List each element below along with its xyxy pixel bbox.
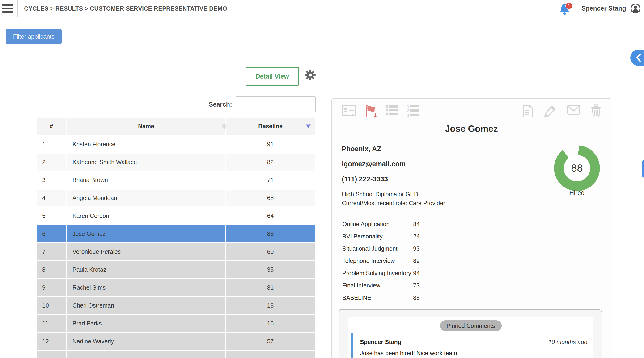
- pinned-comments-box: Pinned Comments Spencer Stang10 months a…: [348, 317, 594, 358]
- filter-applicants-button[interactable]: Filter applicants: [6, 29, 62, 44]
- pinned-comments-badge: Pinned Comments: [440, 320, 502, 331]
- side-tab-partial[interactable]: [642, 160, 644, 178]
- table-row[interactable]: 9Rachel Sims31: [36, 279, 315, 296]
- applicant-name: Jose Gomez: [332, 124, 611, 134]
- baseline-score-ring: 88: [554, 145, 600, 191]
- table-row[interactable]: 10Cheri Ostreman18: [36, 297, 315, 314]
- applicant-education: High School Diploma or GED: [342, 191, 418, 198]
- settings-gear-icon[interactable]: [304, 69, 316, 81]
- column-header-baseline[interactable]: Baseline: [226, 118, 315, 135]
- comment-timestamp: 10 months ago: [548, 339, 587, 346]
- row-name[interactable]: Katherine Smith Wallace: [67, 154, 225, 171]
- chevron-left-icon: [635, 53, 642, 62]
- section-divider: [0, 59, 644, 59]
- row-name[interactable]: Kristen Florence: [67, 136, 225, 153]
- row-baseline[interactable]: 60: [226, 243, 315, 260]
- envelope-icon[interactable]: [567, 104, 580, 115]
- table-row[interactable]: 11Brad Parks16: [36, 315, 315, 332]
- row-name[interactable]: Cheri Ostreman: [67, 297, 225, 314]
- row-rank[interactable]: 3: [36, 172, 66, 188]
- row-rank[interactable]: [36, 351, 66, 358]
- collapse-panel-button[interactable]: [630, 50, 644, 66]
- score-row: Final Interview73: [342, 279, 456, 292]
- flag-icon[interactable]: 1: [364, 104, 377, 118]
- row-baseline[interactable]: 88: [226, 225, 315, 242]
- hamburger-menu-icon[interactable]: [2, 2, 15, 15]
- score-row: Problem Solving Inventory94: [342, 267, 456, 279]
- score-label: Telephone Interview: [342, 258, 413, 264]
- table-row[interactable]: [36, 351, 315, 358]
- score-value: 89: [413, 258, 432, 264]
- user-avatar-icon[interactable]: [630, 3, 641, 14]
- table-row[interactable]: 1Kristen Florence91: [36, 136, 315, 153]
- row-baseline[interactable]: 18: [226, 297, 315, 314]
- row-rank[interactable]: 7: [36, 243, 66, 260]
- row-baseline[interactable]: 57: [226, 333, 315, 350]
- column-header-rank[interactable]: #: [36, 118, 66, 135]
- table-row[interactable]: 7Veronique Perales60: [36, 243, 315, 260]
- row-rank[interactable]: 1: [36, 136, 66, 153]
- row-baseline[interactable]: [226, 351, 315, 358]
- row-baseline[interactable]: 68: [226, 190, 315, 206]
- row-name[interactable]: Rachel Sims: [67, 279, 225, 296]
- row-baseline[interactable]: 35: [226, 261, 315, 278]
- row-rank[interactable]: 9: [36, 279, 66, 296]
- svg-text:1: 1: [407, 104, 409, 109]
- table-row[interactable]: 12Nadine Waverly57: [36, 333, 315, 350]
- score-label: BASELINE: [342, 294, 413, 301]
- user-name: Spencer Stang: [582, 5, 626, 12]
- row-name[interactable]: Paula Krotaz: [67, 261, 225, 278]
- score-value: 88: [413, 294, 432, 301]
- row-baseline[interactable]: 16: [226, 315, 315, 332]
- score-label: Final Interview: [342, 282, 413, 289]
- numbered-list-icon[interactable]: 123: [406, 104, 420, 117]
- edit-pencil-icon[interactable]: [544, 104, 557, 118]
- row-baseline[interactable]: 82: [226, 154, 315, 171]
- score-row: Telephone Interview89: [342, 255, 456, 267]
- search-input[interactable]: [236, 96, 316, 112]
- row-name[interactable]: Briana Brown: [67, 172, 225, 188]
- panel-icon-toolbar: 1 123: [341, 104, 602, 118]
- applicant-detail-panel: 1 123: [332, 98, 612, 358]
- row-baseline[interactable]: 91: [226, 136, 315, 153]
- row-rank[interactable]: 5: [36, 208, 66, 224]
- row-rank[interactable]: 11: [36, 315, 66, 332]
- list-view-icon[interactable]: [385, 104, 398, 116]
- row-baseline[interactable]: 31: [226, 279, 315, 296]
- table-row[interactable]: 5Karen Cordon64: [36, 208, 315, 224]
- row-name[interactable]: Veronique Perales: [67, 243, 225, 260]
- row-name[interactable]: Angela Mondeau: [67, 190, 225, 206]
- svg-text:2: 2: [407, 109, 409, 113]
- row-rank[interactable]: 4: [36, 190, 66, 206]
- trash-icon[interactable]: [591, 104, 602, 118]
- row-name[interactable]: Karen Cordon: [67, 208, 225, 224]
- contact-card-icon[interactable]: [341, 104, 356, 116]
- table-row[interactable]: 3Briana Brown71: [36, 172, 315, 188]
- score-value: 24: [413, 233, 432, 240]
- row-rank[interactable]: 12: [36, 333, 66, 350]
- detail-view-button[interactable]: Detail View: [246, 67, 299, 86]
- column-header-name[interactable]: Name: [67, 118, 225, 135]
- row-name[interactable]: [67, 351, 225, 358]
- table-row[interactable]: 4Angela Mondeau68: [36, 190, 315, 206]
- row-rank[interactable]: 10: [36, 297, 66, 314]
- panel-view-icons: 1 123: [341, 104, 420, 118]
- row-rank[interactable]: 8: [36, 261, 66, 278]
- row-name[interactable]: Nadine Waverly: [67, 333, 225, 350]
- row-baseline[interactable]: 64: [226, 208, 315, 224]
- table-row[interactable]: 8Paula Krotaz35: [36, 261, 315, 278]
- row-rank[interactable]: 2: [36, 154, 66, 171]
- applicants-table: # Name Baseline 1Kristen Florence912Kath…: [36, 116, 316, 358]
- row-rank[interactable]: 6: [36, 225, 66, 242]
- score-label: Online Application: [342, 221, 413, 228]
- document-icon[interactable]: [523, 104, 534, 118]
- row-name[interactable]: Jose Gomez: [67, 225, 225, 242]
- row-name[interactable]: Brad Parks: [67, 315, 225, 332]
- score-label: BVI Personality: [342, 233, 413, 240]
- table-row[interactable]: 6Jose Gomez88: [36, 225, 315, 242]
- notification-badge: 1: [566, 2, 572, 9]
- table-row[interactable]: 2Katherine Smith Wallace82: [36, 154, 315, 171]
- row-baseline[interactable]: 71: [226, 172, 315, 188]
- notifications-button[interactable]: 1: [559, 2, 572, 15]
- score-value: 93: [413, 245, 432, 252]
